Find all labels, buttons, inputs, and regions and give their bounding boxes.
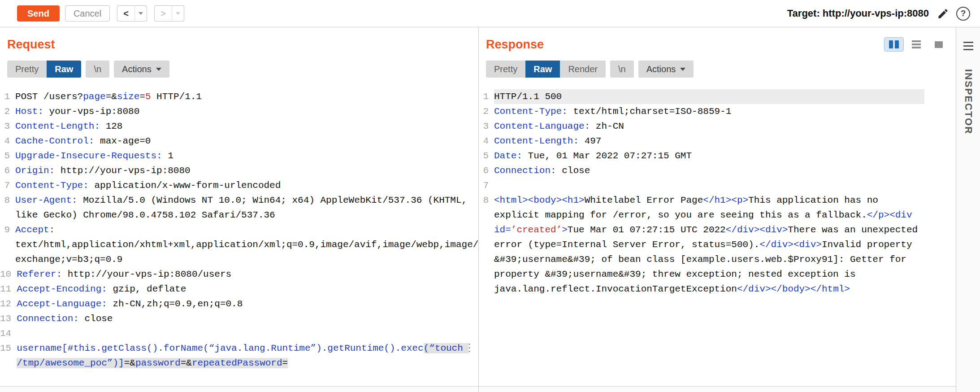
line-number: 7 — [0, 178, 15, 193]
code-line[interactable]: 7Content-Type: application/x-www-form-ur… — [0, 178, 468, 193]
code-line[interactable]: 10Referer: http://your-vps-ip:8080/users — [0, 267, 468, 282]
line-number: 3 — [0, 119, 15, 134]
request-tab-newline[interactable]: \n — [86, 61, 109, 78]
response-tab-raw[interactable]: Raw — [525, 61, 560, 78]
response-editor[interactable]: 1HTTP/1.1 5002Content-Type: text/html;ch… — [479, 83, 956, 296]
help-icon[interactable]: ? — [956, 7, 970, 21]
response-tab-newline[interactable]: \n — [610, 61, 634, 78]
line-number: 6 — [0, 163, 15, 178]
request-actions-label: Actions — [122, 64, 152, 74]
line-content: username[#this.getClass().forName(“java.… — [17, 341, 468, 370]
code-line[interactable]: 1HTTP/1.1 500 — [479, 89, 924, 104]
line-number: 8 — [479, 193, 494, 296]
response-tabs: Pretty Raw Render \n Actions — [486, 61, 956, 78]
response-tab-render[interactable]: Render — [560, 61, 606, 78]
line-number: 2 — [0, 104, 15, 119]
request-actions-button[interactable]: Actions — [114, 61, 169, 78]
line-content — [494, 178, 924, 193]
response-actions-button[interactable]: Actions — [638, 61, 694, 78]
code-line[interactable]: 14 — [0, 326, 468, 341]
line-content: Referer: http://your-vps-ip:8080/users — [17, 267, 468, 282]
code-line[interactable]: 6Connection: close — [479, 163, 924, 178]
line-number: 4 — [0, 134, 15, 148]
line-number: 8 — [0, 193, 15, 222]
line-number: 6 — [479, 163, 494, 178]
chevron-down-icon — [156, 68, 161, 71]
send-button[interactable]: Send — [17, 5, 60, 22]
code-line[interactable]: 5Date: Tue, 01 Mar 2022 07:27:15 GMT — [479, 148, 924, 163]
code-line[interactable]: 5Upgrade-Insecure-Requests: 1 — [0, 148, 468, 163]
chevron-down-icon — [139, 12, 143, 15]
inline-menu-icon[interactable]: ⋮ — [464, 343, 475, 354]
code-line[interactable]: 11Accept-Encoding: gzip, deflate — [0, 282, 468, 296]
history-back-button[interactable]: < — [117, 5, 135, 22]
request-editor[interactable]: 1POST /users?page=&size=5 HTTP/1.12Host:… — [0, 83, 478, 370]
code-line[interactable]: 2Content-Type: text/html;charset=ISO-885… — [479, 104, 924, 119]
request-panel-title: Request — [7, 38, 55, 52]
history-forward-button[interactable]: > — [154, 5, 172, 22]
line-content: POST /users?page=&size=5 HTTP/1.1 — [15, 89, 468, 104]
line-content: Content-Type: application/x-www-form-url… — [15, 178, 468, 193]
line-number: 15 — [0, 341, 17, 370]
layout-rows-button[interactable] — [906, 37, 926, 52]
request-horizontal-scrollbar[interactable] — [0, 386, 478, 392]
line-content — [17, 326, 468, 341]
line-number: 1 — [0, 89, 15, 104]
inspector-sidebar[interactable]: INSPECTOR — [956, 27, 980, 392]
history-back-dropdown[interactable] — [135, 5, 147, 22]
line-content: Upgrade-Insecure-Requests: 1 — [15, 148, 468, 163]
history-forward-group: > — [154, 5, 184, 22]
code-line[interactable]: 6Origin: http://your-vps-ip:8080 — [0, 163, 468, 178]
edit-target-button[interactable] — [937, 8, 949, 20]
response-code-lines: 1HTTP/1.1 5002Content-Type: text/html;ch… — [479, 89, 924, 296]
line-number: 14 — [0, 326, 17, 341]
cancel-button[interactable]: Cancel — [65, 5, 110, 22]
response-tab-pretty[interactable]: Pretty — [486, 61, 525, 78]
toolbar: Send Cancel < > Target: http://your-vps-… — [0, 0, 980, 27]
code-line[interactable]: 7 — [479, 178, 924, 193]
single-layout-icon — [935, 41, 943, 48]
request-tab-raw[interactable]: Raw — [47, 61, 81, 78]
code-line[interactable]: 12Accept-Language: zh-CN,zh;q=0.9,en;q=0… — [0, 296, 468, 311]
layout-single-button[interactable] — [929, 37, 949, 52]
request-view-segment: Pretty Raw — [7, 61, 81, 78]
menu-icon — [963, 42, 973, 50]
repeater-main: Request Pretty Raw \n Actions 1POST /use… — [0, 27, 980, 392]
code-line[interactable]: 2Host: your-vps-ip:8080 — [0, 104, 468, 119]
code-line[interactable]: 13Connection: close — [0, 311, 468, 326]
code-line[interactable]: 3Content-Length: 128 — [0, 119, 468, 134]
pencil-icon — [937, 8, 949, 20]
code-line[interactable]: 1POST /users?page=&size=5 HTTP/1.1 — [0, 89, 468, 104]
request-tab-pretty[interactable]: Pretty — [7, 61, 47, 78]
response-panel-header: Response — [479, 27, 956, 52]
line-content: Cache-Control: max-age=0 — [15, 134, 468, 148]
code-line[interactable]: 9Accept: text/html,application/xhtml+xml… — [0, 222, 468, 267]
line-number: 4 — [479, 134, 494, 148]
line-content: Content-Length: 128 — [15, 119, 468, 134]
help-glyph: ? — [961, 9, 966, 18]
request-panel-header: Request — [0, 27, 478, 52]
request-code-lines: 1POST /users?page=&size=5 HTTP/1.12Host:… — [0, 89, 468, 370]
code-line[interactable]: 8User-Agent: Mozilla/5.0 (Windows NT 10.… — [0, 193, 468, 222]
line-content: Connection: close — [494, 163, 924, 178]
line-number: 11 — [0, 282, 17, 296]
columns-layout-icon — [889, 40, 899, 48]
code-line[interactable]: 15username[#this.getClass().forName(“jav… — [0, 341, 468, 370]
code-line[interactable]: 3Content-Language: zh-CN — [479, 119, 924, 134]
response-actions-label: Actions — [646, 64, 676, 74]
inspector-label: INSPECTOR — [963, 69, 974, 135]
line-content: Content-Type: text/html;charset=ISO-8859… — [494, 104, 924, 119]
code-line[interactable]: 4Content-Length: 497 — [479, 134, 924, 148]
layout-columns-button[interactable] — [884, 37, 904, 52]
line-number: 1 — [479, 89, 494, 104]
line-content: User-Agent: Mozilla/5.0 (Windows NT 10.0… — [15, 193, 468, 222]
line-number: 5 — [479, 148, 494, 163]
history-forward-dropdown[interactable] — [172, 5, 184, 22]
response-horizontal-scrollbar[interactable] — [479, 386, 956, 392]
chevron-down-icon — [176, 12, 180, 15]
request-panel: Request Pretty Raw \n Actions 1POST /use… — [0, 27, 479, 392]
code-line[interactable]: 8<html><body><h1>Whitelabel Error Page</… — [479, 193, 924, 296]
response-view-segment: Pretty Raw Render — [486, 61, 606, 78]
line-number: 2 — [479, 104, 494, 119]
code-line[interactable]: 4Cache-Control: max-age=0 — [0, 134, 468, 148]
